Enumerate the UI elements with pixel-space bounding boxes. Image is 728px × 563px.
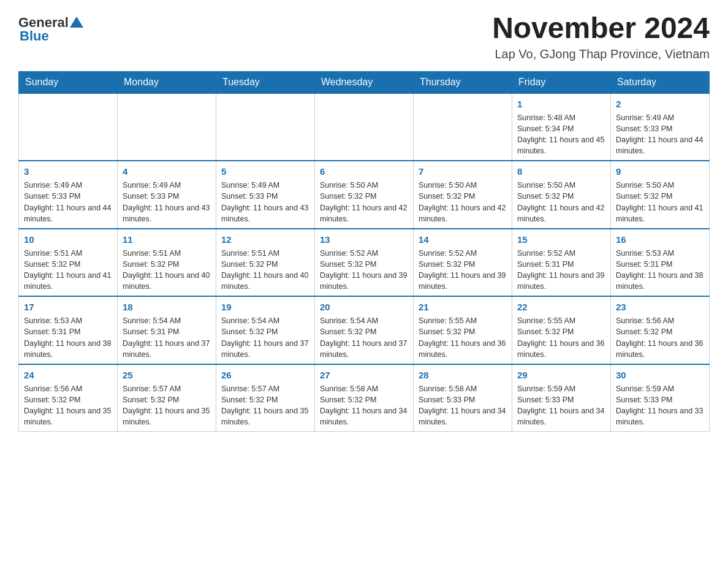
day-info: Sunrise: 5:54 AMSunset: 5:32 PMDaylight:… (320, 315, 408, 360)
calendar-cell: 30Sunrise: 5:59 AMSunset: 5:33 PMDayligh… (611, 364, 710, 432)
calendar-cell: 18Sunrise: 5:54 AMSunset: 5:31 PMDayligh… (118, 296, 216, 364)
day-header-friday: Friday (512, 71, 611, 93)
calendar-cell: 13Sunrise: 5:52 AMSunset: 5:32 PMDayligh… (315, 229, 414, 297)
day-number: 14 (419, 233, 507, 246)
calendar-cell (118, 93, 216, 161)
calendar-cell: 4Sunrise: 5:49 AMSunset: 5:33 PMDaylight… (118, 161, 216, 229)
calendar-cell: 9Sunrise: 5:50 AMSunset: 5:32 PMDaylight… (611, 161, 710, 229)
day-number: 9 (616, 165, 704, 178)
calendar-cell: 22Sunrise: 5:55 AMSunset: 5:32 PMDayligh… (512, 296, 611, 364)
day-number: 18 (123, 301, 211, 313)
day-info: Sunrise: 5:52 AMSunset: 5:32 PMDaylight:… (320, 248, 408, 293)
day-number: 5 (221, 165, 309, 178)
calendar-cell: 10Sunrise: 5:51 AMSunset: 5:32 PMDayligh… (19, 229, 118, 297)
calendar-cell: 26Sunrise: 5:57 AMSunset: 5:32 PMDayligh… (216, 364, 315, 432)
day-header-monday: Monday (118, 71, 216, 93)
day-header-saturday: Saturday (611, 71, 710, 93)
day-number: 8 (517, 165, 605, 178)
day-info: Sunrise: 5:49 AMSunset: 5:33 PMDaylight:… (24, 180, 112, 224)
day-number: 22 (517, 301, 605, 313)
location-title: Lap Vo, GJong Thap Province, Vietnam (492, 47, 710, 61)
day-number: 19 (221, 301, 309, 313)
calendar-cell: 24Sunrise: 5:56 AMSunset: 5:32 PMDayligh… (19, 364, 118, 432)
week-row-4: 17Sunrise: 5:53 AMSunset: 5:31 PMDayligh… (19, 296, 710, 364)
calendar-cell (315, 93, 414, 161)
day-info: Sunrise: 5:55 AMSunset: 5:32 PMDaylight:… (419, 315, 507, 360)
day-header-wednesday: Wednesday (315, 71, 414, 93)
day-header-sunday: Sunday (19, 71, 118, 93)
day-info: Sunrise: 5:59 AMSunset: 5:33 PMDaylight:… (517, 383, 605, 428)
calendar-cell: 23Sunrise: 5:56 AMSunset: 5:32 PMDayligh… (611, 296, 710, 364)
page-header: General Blue November 2024 Lap Vo, GJong… (18, 12, 710, 61)
calendar-cell: 28Sunrise: 5:58 AMSunset: 5:33 PMDayligh… (414, 364, 512, 432)
week-row-1: 1Sunrise: 5:48 AMSunset: 5:34 PMDaylight… (19, 93, 710, 161)
day-info: Sunrise: 5:57 AMSunset: 5:32 PMDaylight:… (221, 383, 309, 428)
calendar-cell: 16Sunrise: 5:53 AMSunset: 5:31 PMDayligh… (611, 229, 710, 297)
logo: General Blue (18, 12, 83, 44)
calendar-cell: 8Sunrise: 5:50 AMSunset: 5:32 PMDaylight… (512, 161, 611, 229)
calendar-cell: 7Sunrise: 5:50 AMSunset: 5:32 PMDaylight… (414, 161, 512, 229)
day-number: 10 (24, 233, 112, 246)
day-info: Sunrise: 5:52 AMSunset: 5:32 PMDaylight:… (419, 248, 507, 293)
calendar-cell: 3Sunrise: 5:49 AMSunset: 5:33 PMDaylight… (19, 161, 118, 229)
calendar-cell: 12Sunrise: 5:51 AMSunset: 5:32 PMDayligh… (216, 229, 315, 297)
calendar-cell: 27Sunrise: 5:58 AMSunset: 5:32 PMDayligh… (315, 364, 414, 432)
day-info: Sunrise: 5:49 AMSunset: 5:33 PMDaylight:… (221, 180, 309, 224)
day-info: Sunrise: 5:48 AMSunset: 5:34 PMDaylight:… (517, 112, 605, 157)
calendar-cell: 20Sunrise: 5:54 AMSunset: 5:32 PMDayligh… (315, 296, 414, 364)
day-number: 27 (320, 369, 408, 381)
day-number: 24 (24, 369, 112, 381)
day-info: Sunrise: 5:54 AMSunset: 5:31 PMDaylight:… (123, 315, 211, 360)
day-info: Sunrise: 5:49 AMSunset: 5:33 PMDaylight:… (123, 180, 211, 224)
logo-blue: Blue (20, 28, 49, 44)
day-number: 2 (616, 98, 704, 110)
day-number: 1 (517, 98, 605, 110)
day-number: 25 (123, 369, 211, 381)
day-info: Sunrise: 5:57 AMSunset: 5:32 PMDaylight:… (123, 383, 211, 428)
calendar-cell: 29Sunrise: 5:59 AMSunset: 5:33 PMDayligh… (512, 364, 611, 432)
day-info: Sunrise: 5:49 AMSunset: 5:33 PMDaylight:… (616, 112, 704, 157)
calendar-cell: 2Sunrise: 5:49 AMSunset: 5:33 PMDaylight… (611, 93, 710, 161)
day-header-thursday: Thursday (414, 71, 512, 93)
day-number: 15 (517, 233, 605, 246)
day-info: Sunrise: 5:55 AMSunset: 5:32 PMDaylight:… (517, 315, 605, 360)
logo-icon (70, 17, 83, 28)
day-info: Sunrise: 5:58 AMSunset: 5:33 PMDaylight:… (419, 383, 507, 428)
day-info: Sunrise: 5:52 AMSunset: 5:31 PMDaylight:… (517, 248, 605, 293)
svg-marker-0 (70, 17, 83, 28)
day-number: 7 (419, 165, 507, 178)
day-number: 17 (24, 301, 112, 313)
day-info: Sunrise: 5:51 AMSunset: 5:32 PMDaylight:… (123, 248, 211, 293)
calendar-cell: 25Sunrise: 5:57 AMSunset: 5:32 PMDayligh… (118, 364, 216, 432)
day-number: 12 (221, 233, 309, 246)
title-area: November 2024 Lap Vo, GJong Thap Provinc… (492, 12, 710, 61)
day-number: 28 (419, 369, 507, 381)
day-info: Sunrise: 5:50 AMSunset: 5:32 PMDaylight:… (419, 180, 507, 224)
day-info: Sunrise: 5:50 AMSunset: 5:32 PMDaylight:… (616, 180, 704, 224)
calendar-cell: 5Sunrise: 5:49 AMSunset: 5:33 PMDaylight… (216, 161, 315, 229)
day-info: Sunrise: 5:53 AMSunset: 5:31 PMDaylight:… (24, 315, 112, 360)
week-row-5: 24Sunrise: 5:56 AMSunset: 5:32 PMDayligh… (19, 364, 710, 432)
day-info: Sunrise: 5:59 AMSunset: 5:33 PMDaylight:… (616, 383, 704, 428)
day-info: Sunrise: 5:54 AMSunset: 5:32 PMDaylight:… (221, 315, 309, 360)
day-info: Sunrise: 5:58 AMSunset: 5:32 PMDaylight:… (320, 383, 408, 428)
calendar-cell (414, 93, 512, 161)
day-info: Sunrise: 5:56 AMSunset: 5:32 PMDaylight:… (24, 383, 112, 428)
calendar-cell: 19Sunrise: 5:54 AMSunset: 5:32 PMDayligh… (216, 296, 315, 364)
day-number: 13 (320, 233, 408, 246)
calendar-cell: 14Sunrise: 5:52 AMSunset: 5:32 PMDayligh… (414, 229, 512, 297)
day-number: 4 (123, 165, 211, 178)
day-number: 21 (419, 301, 507, 313)
day-info: Sunrise: 5:51 AMSunset: 5:32 PMDaylight:… (221, 248, 309, 293)
calendar-cell: 15Sunrise: 5:52 AMSunset: 5:31 PMDayligh… (512, 229, 611, 297)
day-number: 26 (221, 369, 309, 381)
calendar-cell: 17Sunrise: 5:53 AMSunset: 5:31 PMDayligh… (19, 296, 118, 364)
calendar-cell (19, 93, 118, 161)
day-info: Sunrise: 5:53 AMSunset: 5:31 PMDaylight:… (616, 248, 704, 293)
calendar-cell: 21Sunrise: 5:55 AMSunset: 5:32 PMDayligh… (414, 296, 512, 364)
day-number: 20 (320, 301, 408, 313)
day-info: Sunrise: 5:50 AMSunset: 5:32 PMDaylight:… (517, 180, 605, 224)
day-number: 29 (517, 369, 605, 381)
day-number: 3 (24, 165, 112, 178)
day-number: 23 (616, 301, 704, 313)
